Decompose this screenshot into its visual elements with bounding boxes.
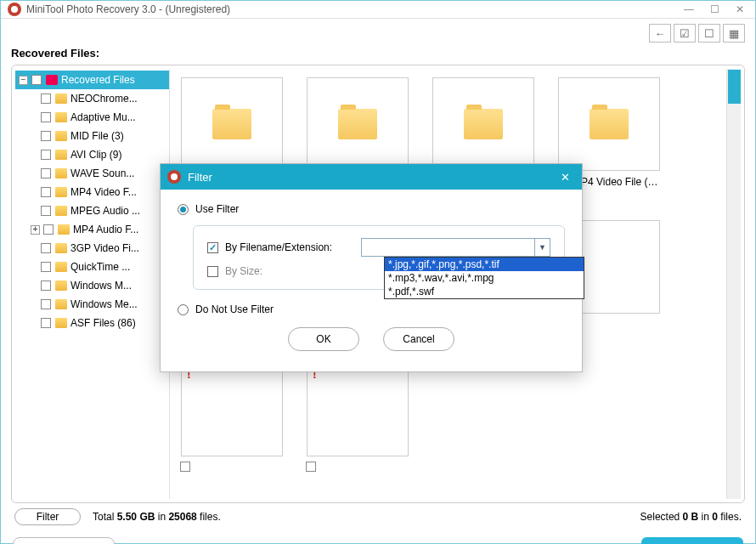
thumbnail-item[interactable]: ! [175,363,289,490]
tree-item[interactable]: NEOChrome... [15,89,169,108]
tree-checkbox[interactable] [41,168,51,178]
tree-item[interactable]: QuickTime ... [15,258,169,276]
dialog-title: Filter [188,171,212,184]
tree-item[interactable]: Windows Me... [15,295,169,314]
tree-item-label: AVI Clip (9) [71,149,121,161]
tree-checkbox[interactable] [41,299,51,309]
tree-checkbox[interactable] [41,318,51,328]
filter-button[interactable]: Filter [14,508,81,525]
expand-icon[interactable]: + [31,225,40,235]
chevron-down-icon[interactable]: ▼ [534,239,550,256]
tree-root-label: Recovered Files [61,74,135,86]
folder-icon [58,224,70,235]
status-selected: Selected 0 B in 0 files. [640,511,742,523]
thumbnail-box: ! [307,363,409,456]
folder-icon [55,299,67,309]
folder-icon [55,150,67,160]
tree-item[interactable]: ASF Files (86) [15,314,169,332]
dropdown-option[interactable]: *.jpg,*.gif,*.png,*.psd,*.tif [385,258,584,271]
folder-icon [55,187,67,197]
minimize-button[interactable]: — [677,1,701,18]
tree-item[interactable]: 3GP Video Fi... [15,239,169,258]
by-filename-checkbox[interactable] [207,242,218,253]
dialog-titlebar: Filter ✕ [161,164,582,190]
footer: ↶ Back Save [1,530,755,544]
tree-checkbox[interactable] [41,187,51,197]
save-button[interactable]: Save [641,537,743,544]
thumbnail-checkbox[interactable] [306,462,316,472]
do-not-use-filter-radio[interactable]: Do Not Use Filter [178,303,565,315]
back-button[interactable]: ↶ Back [13,537,115,544]
tree-item-label: MPEG Audio ... [71,205,140,217]
folder-icon [338,109,377,139]
tree-item[interactable]: MID File (3) [15,127,169,145]
grid-scrollbar[interactable] [726,69,741,499]
window-title: MiniTool Photo Recovery 3.0 - (Unregiste… [26,3,677,15]
tree-item-label: MP4 Audio F... [73,224,138,235]
tree-checkbox[interactable] [41,243,51,253]
tree-item-label: 3GP Video Fi... [71,242,139,254]
tree-item-label: WAVE Soun... [71,167,134,179]
folder-icon [212,109,251,139]
radio-icon [178,204,189,215]
tree-checkbox[interactable] [43,224,54,235]
do-not-use-label: Do Not Use Filter [195,303,274,315]
tree-item-label: Windows M... [71,280,132,292]
tree-checkbox[interactable] [41,131,51,141]
filter-dialog: Filter ✕ Use Filter By Filename/Extensio… [160,163,583,372]
ok-button[interactable]: OK [288,327,359,351]
view-tool-button[interactable]: ▦ [723,24,745,42]
tree-item[interactable]: Adaptive Mu... [15,108,169,127]
tree-checkbox[interactable] [41,112,51,122]
tree-checkbox[interactable] [41,262,51,272]
tree-checkbox[interactable] [31,75,42,85]
folder-icon [55,112,67,122]
uncheck-tool-button[interactable]: ☐ [698,24,720,42]
by-size-label: By Size: [225,265,361,277]
cancel-button[interactable]: Cancel [383,327,454,351]
tree-item[interactable]: Windows M... [15,276,169,295]
app-window: MiniTool Photo Recovery 3.0 - (Unregiste… [0,0,756,544]
tree-checkbox[interactable] [41,94,51,104]
back-tool-button[interactable]: ← [649,24,671,42]
thumbnail-item[interactable]: ! [301,363,415,490]
tree-item-label: Windows Me... [71,298,138,310]
extension-combobox[interactable]: ▼ [361,238,550,257]
dropdown-option[interactable]: *.pdf,*.swf [385,285,584,298]
tree-root[interactable]: − Recovered Files [15,71,169,89]
dialog-close-button[interactable]: ✕ [555,167,575,186]
tree-checkbox[interactable] [41,206,51,216]
thumbnail-checkbox[interactable] [180,462,190,472]
tree-checkbox[interactable] [41,150,51,160]
check-tool-button[interactable]: ☑ [674,24,696,42]
folder-icon [590,109,629,139]
radio-icon [178,304,189,315]
thumbnail-box [181,77,283,171]
tree-item-label: MP4 Video F... [71,186,137,198]
thumbnail-label: MP4 Video File (158) [573,176,661,188]
recovered-label: Recovered Files: [11,47,99,60]
thumbnail-box: ! [181,363,283,456]
statusbar: Filter Total 5.50 GB in 25068 files. Sel… [11,503,745,530]
app-icon [8,3,21,16]
dialog-icon [167,170,181,184]
folder-icon [55,262,67,272]
collapse-icon[interactable]: − [19,76,28,85]
tree-item[interactable]: WAVE Soun... [15,164,169,183]
tree-item[interactable]: MP4 Video F... [15,183,169,201]
tree-item[interactable]: AVI Clip (9) [15,145,169,164]
thumbnail-box [558,77,660,171]
extension-dropdown: *.jpg,*.gif,*.png,*.psd,*.tif *.mp3,*.wa… [384,257,584,299]
folder-icon [55,206,67,216]
file-tree[interactable]: − Recovered Files NEOChrome...Adaptive M… [15,69,170,499]
use-filter-radio[interactable]: Use Filter [178,203,565,215]
status-total: Total 5.50 GB in 25068 files. [93,511,221,523]
by-size-checkbox[interactable] [207,266,218,277]
maximize-button[interactable]: ☐ [702,1,726,18]
dropdown-option[interactable]: *.mp3,*.wav,*.avi,*.mpg [385,271,584,285]
tree-checkbox[interactable] [41,280,51,291]
tree-item[interactable]: MPEG Audio ... [15,201,169,220]
tree-item[interactable]: +MP4 Audio F... [15,220,169,239]
recovered-icon [46,75,58,85]
close-button[interactable]: ✕ [728,1,752,18]
